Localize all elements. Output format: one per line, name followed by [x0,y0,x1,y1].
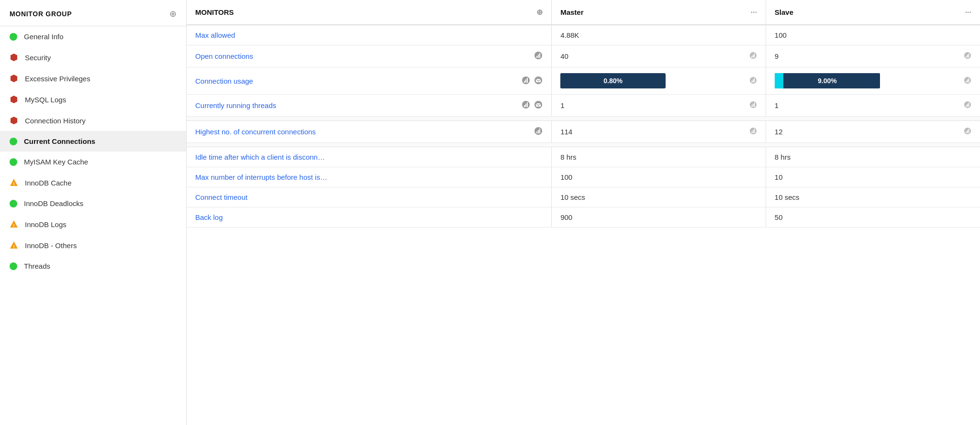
monitor-link[interactable]: Open connections [195,52,253,60]
mail-icon[interactable] [534,100,543,110]
sidebar-title: MONITOR GROUP [10,10,72,18]
spacer-cell [187,117,980,121]
master-progress-bar: 0.80% [560,73,666,88]
monitor-link[interactable]: Highest no. of concurrent connections [195,128,316,136]
chart-icon[interactable] [534,51,543,61]
svg-rect-12 [538,54,539,58]
master-chart-icon[interactable] [749,52,757,61]
slave-chart-icon[interactable] [964,52,971,61]
sidebar-item-mysql-logs[interactable]: MySQL Logs [0,89,186,110]
sidebar-item-innodb-others[interactable]: ! InnoDB - Others [0,235,186,256]
svg-rect-45 [754,103,755,107]
svg-rect-34 [967,79,968,82]
status-dot-warning: ! [10,178,18,187]
status-dot-green [10,200,17,207]
svg-rect-44 [753,104,754,107]
master-value: 900 [560,213,572,221]
svg-rect-15 [751,56,752,58]
sidebar-item-connection-history[interactable]: Connection History [0,110,186,131]
monitor-link[interactable]: Connection usage [195,77,253,85]
svg-rect-43 [751,105,752,107]
master-value: 114 [560,128,572,136]
status-dot-hexred [10,95,18,104]
svg-marker-0 [11,54,17,61]
slave-value: 9 [775,52,779,60]
svg-rect-31 [754,78,755,82]
slave-chart-icon[interactable] [964,76,971,86]
chart-icon[interactable] [534,127,543,137]
monitor-link[interactable]: Connect timeout [195,193,247,201]
slave-progress-bar: 9.00% [775,73,880,88]
table-row: Max number of interrupts before host is…… [187,167,980,187]
sidebar-item-general-info[interactable]: General Info [0,26,186,47]
master-chart-icon[interactable] [749,127,757,136]
monitor-cell: Connect timeout [187,187,552,207]
monitor-link[interactable]: Max allowed [195,31,235,39]
svg-rect-29 [751,80,752,82]
sidebar-item-label: MySQL Logs [25,96,66,104]
table-row: Connection usage 0.80% [187,67,980,95]
slave-value-cell: 100 [766,25,980,45]
svg-rect-11 [536,56,537,58]
master-value: 10 secs [560,193,585,201]
master-bar-label: 0.80% [560,77,666,85]
status-dot-warning: ! [10,241,18,250]
chart-icon[interactable] [522,100,530,110]
sidebar-item-current-connections[interactable]: Current Connections [0,131,186,152]
svg-text:!: ! [13,182,15,186]
table-row: Back log 900 50 [187,207,980,228]
slave-value-cell: 50 [766,207,980,228]
slave-value-cell: 12 [766,121,980,143]
sidebar-item-innodb-logs[interactable]: ! InnoDB Logs [0,214,186,235]
slave-value-cell: 1 [766,95,980,117]
svg-rect-55 [751,131,752,133]
svg-rect-35 [969,78,969,82]
svg-marker-2 [11,96,17,103]
svg-rect-61 [969,129,969,133]
master-more-icon[interactable]: ··· [750,8,757,17]
svg-rect-53 [539,129,540,133]
sidebar-item-label: Excessive Privileges [25,75,90,83]
svg-rect-25 [527,78,528,83]
slave-chart-icon[interactable] [964,127,971,136]
master-chart-icon[interactable] [749,76,757,86]
monitor-link[interactable]: Currently running threads [195,101,276,109]
svg-text:!: ! [13,223,15,228]
master-header-label: Master [560,8,583,16]
master-value-cell: 0.80% [552,67,766,95]
svg-rect-47 [966,105,967,107]
sidebar-item-innodb-deadlocks[interactable]: InnoDB Deadlocks [0,193,186,214]
table-row: Max allowed 4.88K 100 [187,25,980,45]
monitor-cell: Idle time after which a client is discon… [187,147,552,167]
monitor-link[interactable]: Idle time after which a client is discon… [195,153,325,161]
sidebar-item-threads[interactable]: Threads [0,256,186,276]
sidebar-item-label: General Info [24,33,64,41]
sidebar-item-innodb-cache[interactable]: ! InnoDB Cache [0,172,186,193]
monitor-link[interactable]: Back log [195,213,223,221]
status-dot-warning: ! [10,220,18,229]
chart-icon[interactable] [522,76,530,86]
add-monitor-icon[interactable]: ⊕ [536,8,543,17]
master-value-cell: 8 hrs [552,147,766,167]
svg-marker-3 [11,117,17,124]
slave-value: 50 [775,213,783,221]
slave-header-label: Slave [775,8,793,16]
monitor-cell: Max allowed [187,25,552,45]
master-chart-icon[interactable] [749,101,757,110]
table-row: Idle time after which a client is discon… [187,147,980,167]
sidebar-item-label: MyISAM Key Cache [24,158,88,166]
slave-more-icon[interactable]: ··· [965,8,971,17]
svg-rect-19 [966,56,967,58]
master-col-header: Master ··· [552,0,766,25]
table-row: Highest no. of concurrent connections 11… [187,121,980,143]
sidebar-item-security[interactable]: Security [0,47,186,68]
mail-icon[interactable] [534,76,543,86]
slave-chart-icon[interactable] [964,101,971,110]
svg-marker-1 [11,75,17,82]
monitor-cell: Highest no. of concurrent connections [187,121,552,143]
svg-rect-48 [967,104,968,107]
add-group-icon[interactable]: ⊕ [169,9,177,19]
monitor-link[interactable]: Max number of interrupts before host is… [195,173,327,181]
sidebar-item-excessive-privileges[interactable]: Excessive Privileges [0,68,186,89]
sidebar-item-myisam-key-cache[interactable]: MyISAM Key Cache [0,152,186,172]
